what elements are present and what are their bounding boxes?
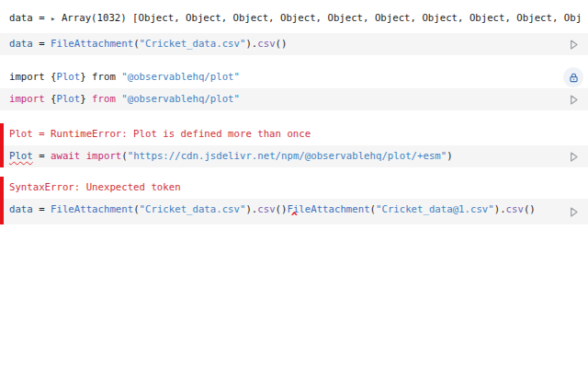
token: FileAttachment — [51, 203, 133, 215]
lock-icon — [568, 72, 580, 84]
token: ). — [245, 203, 257, 215]
play-icon — [567, 38, 581, 52]
token: "https://cdn.jsdelivr.net/npm/@observabl… — [128, 150, 447, 162]
token: "Cricket_data.csv" — [140, 203, 246, 215]
run-cell-button[interactable] — [563, 201, 583, 222]
token: } from — [80, 71, 121, 83]
token: "Cricket_data.csv" — [140, 38, 246, 50]
token: } — [80, 93, 92, 105]
run-cell-button[interactable] — [563, 34, 583, 54]
pinned-lock-button[interactable] — [563, 67, 583, 87]
token: Plot = RuntimeError: Plot is defined mor… — [9, 128, 311, 140]
token: () — [276, 203, 288, 215]
code-row[interactable]: import {Plot} from "@observablehq/plot" — [0, 88, 588, 110]
token: { — [45, 93, 57, 105]
output-row: Plot = RuntimeError: Plot is defined mor… — [0, 123, 588, 145]
token: () — [524, 203, 536, 215]
token: from — [92, 93, 116, 105]
token: SyntaxError: Unexpected token — [9, 181, 181, 193]
token: "@observablehq/plot" — [121, 93, 240, 105]
token: Plot — [56, 71, 80, 83]
token: data — [9, 203, 33, 215]
token: "Cricket_data@1.csv" — [376, 203, 494, 215]
play-icon — [567, 205, 581, 219]
import-plot-cell: import {Plot} from "@observablehq/plot"i… — [0, 66, 588, 110]
token: import — [9, 93, 45, 105]
syntax-error-cell: SyntaxError: Unexpected tokendata = File… — [0, 177, 588, 224]
token: csv — [257, 38, 275, 50]
token: ) — [447, 150, 452, 162]
token: = — [33, 38, 51, 50]
play-icon — [567, 93, 581, 107]
output-row: import {Plot} from "@observablehq/plot" — [0, 66, 588, 88]
token: = — [33, 203, 51, 215]
token: FileAttachment — [287, 203, 369, 215]
token: () — [276, 38, 288, 50]
token: data = — [9, 12, 51, 24]
run-cell-button[interactable] — [563, 89, 583, 109]
token: FileAttachment — [51, 38, 133, 50]
token: ). — [245, 38, 257, 50]
plot-redefined-error-cell: Plot = RuntimeError: Plot is defined mor… — [0, 123, 588, 167]
output-row: data = ▸ Array(1032) [Object, Object, Ob… — [0, 7, 588, 29]
code-row[interactable]: data = FileAttachment("Cricket_data.csv"… — [0, 33, 588, 55]
token: ). — [494, 203, 506, 215]
play-icon — [567, 150, 581, 164]
output-row: SyntaxError: Unexpected token — [0, 177, 588, 199]
token: await — [51, 150, 80, 162]
data-array-cell: data = ▸ Array(1032) [Object, Object, Ob… — [0, 7, 588, 55]
token: import { — [9, 71, 56, 83]
notebook: data = ▸ Array(1032) [Object, Object, Ob… — [0, 7, 588, 368]
code-row[interactable]: data = FileAttachment("Cricket_data.csv"… — [0, 199, 588, 224]
token: Plot — [56, 93, 80, 105]
token: Plot — [9, 150, 33, 162]
error-caret: ^ — [291, 212, 298, 223]
token: csv — [257, 203, 275, 215]
token: "@observablehq/plot" — [121, 71, 240, 83]
token: csv — [506, 203, 524, 215]
code-row[interactable]: Plot = await import("https://cdn.jsdeliv… — [0, 145, 588, 167]
token: Array(1032) [Object, Object, Object, Obj… — [55, 12, 582, 24]
run-cell-button[interactable] — [563, 146, 583, 167]
token: import — [86, 150, 122, 162]
token: data — [9, 38, 33, 50]
token: = — [33, 150, 51, 162]
